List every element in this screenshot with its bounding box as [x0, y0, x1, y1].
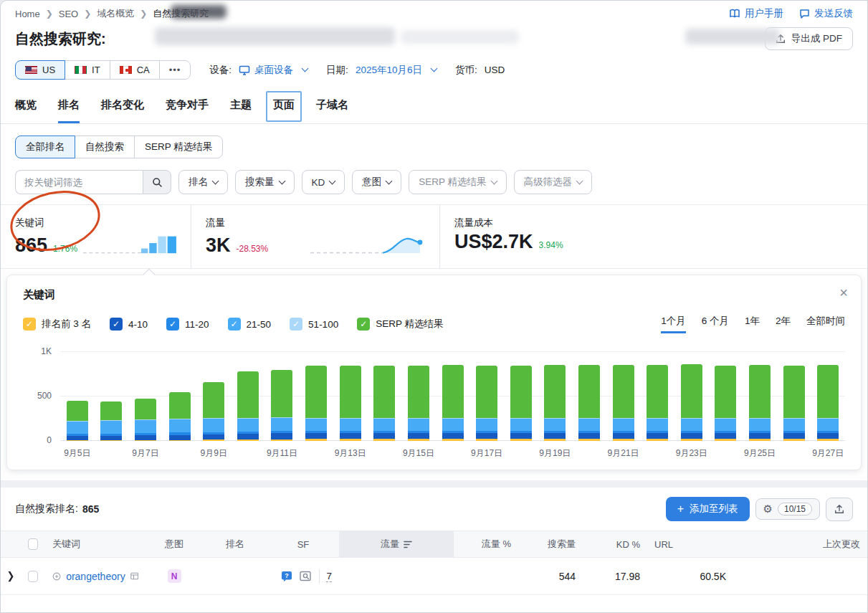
legend-checkbox-排名前 3 名[interactable]: ✓排名前 3 名 [23, 318, 91, 331]
country-button-it[interactable]: IT [65, 60, 110, 80]
chart-bar-9月21日[interactable] [606, 352, 641, 441]
chart-bar-9月10日[interactable] [231, 352, 265, 441]
legend-checkbox-4-10[interactable]: ✓4-10 [110, 318, 148, 331]
search-button[interactable] [143, 170, 171, 194]
range-6 个月[interactable]: 6 个月 [702, 315, 729, 333]
keywords-sparkline [83, 232, 176, 255]
chart-bar-9月23日[interactable] [674, 352, 709, 441]
column-header-搜索量[interactable]: 搜索量 [518, 531, 583, 557]
chart-bar-9月27日[interactable] [811, 352, 845, 441]
expand-row-chevron[interactable]: ❯ [7, 570, 15, 582]
filter-dropdown-搜索量[interactable]: 搜索量 [235, 170, 295, 194]
range-1年[interactable]: 1年 [745, 315, 760, 333]
chart-bar-9月25日[interactable] [743, 352, 777, 441]
segment-自然搜索[interactable]: 自然搜索 [75, 136, 135, 158]
filter-dropdown-label: KD [312, 177, 325, 188]
tab-排名变化[interactable]: 排名变化 [101, 98, 144, 123]
export-table-button[interactable] [826, 498, 853, 521]
positions-chart: 05001K 9月5日9月7日9月9日9月11日9月13日9月15日9月17日9… [23, 352, 845, 460]
sf-count-link[interactable]: 7 [326, 571, 332, 582]
legend-checkbox-51-100[interactable]: ✓51-100 [290, 318, 338, 331]
manage-columns-button[interactable]: ⚙ 10/15 [755, 498, 820, 520]
device-select[interactable]: 桌面设备 [239, 64, 307, 77]
chart-bar-9月15日[interactable] [401, 352, 436, 441]
segment-SERP 精选结果[interactable]: SERP 精选结果 [134, 136, 223, 158]
breadcrumb-item-2[interactable]: 域名概览 [97, 7, 134, 20]
chart-bar-9月11日[interactable] [265, 352, 300, 441]
filter-dropdown-SERP 精选结果[interactable]: SERP 精选结果 [409, 170, 506, 194]
tab-竞争对手[interactable]: 竞争对手 [166, 98, 209, 123]
chart-bar-9月9日[interactable] [196, 352, 231, 441]
filter-dropdown-排名[interactable]: 排名 [178, 170, 228, 194]
chart-bar-9月20日[interactable] [572, 352, 606, 441]
tab-概览[interactable]: 概览 [15, 98, 37, 123]
legend-label: 4-10 [128, 319, 148, 330]
date-select[interactable]: 2025年10月6日 [356, 64, 437, 77]
range-全部时间[interactable]: 全部时间 [806, 315, 845, 333]
chart-bar-9月17日[interactable] [469, 352, 504, 441]
chart-bar-9月5日[interactable] [60, 352, 95, 441]
segment-全部排名[interactable]: 全部排名 [15, 136, 75, 158]
user-manual-link[interactable]: 用户手册 [729, 7, 783, 20]
filter-dropdown-意图[interactable]: 意图 [352, 170, 401, 194]
tab-子域名[interactable]: 子域名 [316, 98, 348, 123]
breadcrumb-item-0[interactable]: Home [15, 9, 40, 19]
column-header-关键词[interactable]: 关键词 [45, 531, 146, 557]
stat-traffic[interactable]: 流量 3K -28.53% [191, 205, 439, 268]
send-feedback-link[interactable]: 发送反馈 [799, 7, 853, 20]
chart-bar-9月8日[interactable] [163, 352, 197, 441]
legend-checkbox-21-50[interactable]: ✓21-50 [228, 318, 272, 331]
stat-traffic-cost[interactable]: 流量成本 US$2.7K 3.94% [439, 205, 867, 268]
header-checkbox[interactable] [21, 531, 45, 557]
country-button-us[interactable]: US [15, 60, 65, 80]
chart-bar-9月7日[interactable] [128, 352, 163, 441]
chart-bar-9月26日[interactable] [777, 352, 811, 441]
checkbox-icon: ✓ [290, 318, 302, 331]
range-1个月[interactable]: 1个月 [661, 315, 686, 333]
export-pdf-button[interactable]: 导出成 PDF [765, 27, 853, 50]
chart-bar-9月13日[interactable] [333, 352, 368, 441]
column-header-流量 %[interactable]: 流量 % [454, 531, 518, 557]
column-header-排名[interactable]: 排名 [203, 531, 267, 557]
chart-bar-9月16日[interactable] [436, 352, 470, 441]
range-2年[interactable]: 2年 [776, 315, 791, 333]
tab-页面[interactable]: 页面 [273, 98, 295, 123]
serp-preview-icon[interactable] [300, 571, 313, 581]
keyword-link[interactable]: orangetheory [66, 571, 125, 582]
chart-bar-9月12日[interactable] [299, 352, 333, 441]
stat-keywords[interactable]: 关键词 865 1.76% [1, 205, 191, 268]
add-to-list-button[interactable]: + 添加至列表 [666, 497, 750, 521]
chart-bar-9月24日[interactable] [709, 352, 743, 441]
legend-checkbox-SERP 精选结果[interactable]: ✓SERP 精选结果 [357, 318, 443, 331]
close-icon[interactable]: × [839, 285, 848, 300]
stat-traffic-cost-label: 流量成本 [454, 217, 853, 229]
keyword-search-input[interactable] [15, 170, 143, 194]
country-button-ca[interactable]: CA [110, 60, 160, 80]
organic-positions-section: 自然搜索排名: 865 + 添加至列表 ⚙ 10/15 关键词意图排名SF流量流… [1, 488, 867, 595]
breadcrumb-item-1[interactable]: SEO [59, 9, 78, 19]
add-keyword-icon[interactable] [52, 571, 61, 582]
column-header-意图[interactable]: 意图 [146, 531, 203, 557]
select-all-checkbox[interactable] [28, 538, 38, 550]
serp-window-icon[interactable] [130, 571, 138, 581]
column-header-流量[interactable]: 流量 [339, 531, 454, 557]
tab-排名[interactable]: 排名 [58, 98, 80, 123]
filter-dropdown-高级筛选器[interactable]: 高级筛选器 [514, 170, 593, 194]
column-header-URL[interactable]: URL [647, 531, 733, 557]
chart-bar-9月19日[interactable] [538, 352, 573, 441]
tab-主题[interactable]: 主题 [230, 98, 252, 123]
more-countries-button[interactable]: ••• [159, 60, 191, 80]
legend-checkbox-11-20[interactable]: ✓11-20 [166, 318, 209, 331]
column-header-KD %[interactable]: KD % [583, 531, 647, 557]
bar-segment [169, 435, 191, 440]
filter-dropdown-KD[interactable]: KD [302, 170, 345, 194]
row-checkbox[interactable] [28, 571, 38, 582]
chart-bar-9月14日[interactable] [367, 352, 401, 441]
chart-bar-9月22日[interactable] [640, 352, 674, 441]
faq-feature-icon[interactable]: ? [281, 571, 293, 582]
column-header-上次更改[interactable]: 上次更改 [733, 531, 867, 557]
column-header-SF[interactable]: SF [267, 531, 339, 557]
chart-bar-9月6日[interactable] [95, 352, 129, 441]
chart-bar-9月18日[interactable] [504, 352, 538, 441]
bar-segment [442, 439, 464, 441]
